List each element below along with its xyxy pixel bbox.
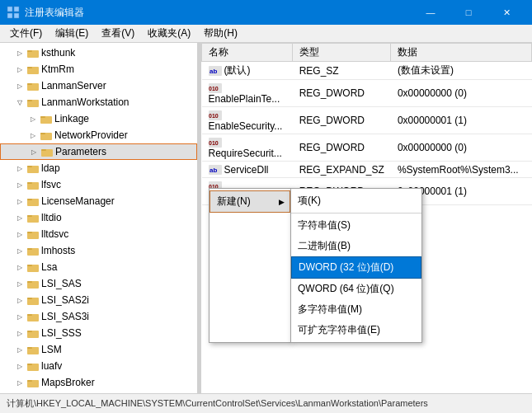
table-row[interactable]: ab (默认)REG_SZ(数值未设置)	[202, 62, 532, 80]
folder-icon-lanmanworkstation	[26, 96, 40, 109]
cell-type: REG_SZ	[293, 62, 391, 80]
toggle-lsm: ▷	[13, 343, 26, 356]
tree-item-lsi-sas[interactable]: ▷ LSI_SAS	[0, 275, 197, 292]
menu-edit[interactable]: 编辑(E)	[49, 25, 95, 42]
svg-text:010: 010	[209, 86, 219, 92]
close-button[interactable]: ✕	[487, 0, 525, 25]
folder-icon-licensemanager	[26, 195, 40, 208]
svg-rect-39	[27, 331, 32, 332]
folder-icon-lsi-sss	[26, 326, 40, 340]
tree-item-lanmanserver[interactable]: ▷ LanmanServer	[0, 77, 197, 94]
tree-item-lltdsvc[interactable]: ▷ lltdsvc	[0, 226, 197, 242]
folder-icon-lfsvc	[26, 178, 40, 191]
svg-rect-3	[14, 13, 19, 18]
tree-item-lsi-sss[interactable]: ▷ LSI_SSS	[0, 325, 197, 341]
label-ldap: ldap	[41, 162, 60, 174]
toggle-ktmrm: ▷	[13, 63, 26, 76]
tree-item-mapsbroker[interactable]: ▷ MapsBroker	[0, 374, 197, 391]
menu-help[interactable]: 帮助(H)	[197, 25, 244, 42]
tree-item-ktmrm[interactable]: ▷ KtmRm	[0, 61, 197, 77]
tree-item-lanmanworkstation[interactable]: ▽ LanmanWorkstation	[0, 94, 197, 110]
toggle-lsi-sas3i: ▷	[13, 310, 26, 323]
svg-rect-27	[27, 232, 32, 233]
svg-rect-29	[27, 248, 32, 250]
table-row[interactable]: 010 EnablePlainTe...REG_DWORD0x00000000 …	[202, 80, 532, 107]
folder-icon-lmhosts	[26, 244, 40, 257]
tree-item-lfsvc[interactable]: ▷ lfsvc	[0, 176, 197, 193]
svg-rect-5	[27, 50, 32, 52]
menu-favorites[interactable]: 收藏夹(A)	[141, 25, 197, 42]
folder-icon-lltdsvc	[26, 228, 40, 241]
label-lsi-sas: LSI_SAS	[41, 278, 82, 289]
folder-icon-ldap	[26, 162, 40, 175]
toggle-licensemanager: ▷	[13, 195, 26, 208]
tree-item-ldap[interactable]: ▷ ldap	[0, 160, 197, 176]
right-panel: 名称 类型 数据 ab (默认)REG_SZ(数值未设置) 010 Enable…	[201, 43, 532, 393]
cell-name: ab (默认)	[202, 62, 293, 80]
label-lanmanworkstation: LanmanWorkstation	[41, 96, 129, 108]
toggle-lmhosts: ▷	[13, 244, 26, 257]
tree-item-lmhosts[interactable]: ▷ lmhosts	[0, 242, 197, 259]
label-licensemanager: LicenseManager	[41, 195, 115, 207]
folder-icon-ktmrm	[26, 63, 40, 76]
tree-item-parameters[interactable]: ▷ Parameters	[0, 143, 197, 160]
tree-item-lsi-sas2i[interactable]: ▷ LSI_SAS2i	[0, 292, 197, 308]
title-bar-left: 注册表编辑器	[7, 6, 84, 20]
tree-item-ksthunk[interactable]: ▷ ksthunk	[0, 45, 197, 61]
tree-item-lsi-sas3i[interactable]: ▷ LSI_SAS3i	[0, 308, 197, 325]
cell-name: 010 ServiceDllUnlo...	[202, 178, 293, 205]
svg-text:ab: ab	[210, 167, 217, 174]
col-name: 名称	[202, 44, 293, 62]
label-parameters: Parameters	[55, 146, 106, 157]
label-lsm: LSM	[41, 344, 62, 355]
folder-icon-lsi-sas2i	[26, 293, 40, 307]
menu-file[interactable]: 文件(F)	[3, 25, 49, 42]
svg-rect-9	[27, 83, 32, 85]
tree-item-lsm[interactable]: ▷ LSM	[0, 341, 197, 358]
tree-item-lsa[interactable]: ▷ Lsa	[0, 259, 197, 275]
cell-name: ab ServiceDll	[202, 162, 293, 178]
cell-type: REG_DWORD	[293, 178, 391, 205]
svg-rect-1	[14, 7, 19, 12]
table-row[interactable]: 010 EnableSecurity...REG_DWORD0x00000001…	[202, 107, 532, 134]
cell-data: 0x00000000 (0)	[391, 134, 532, 162]
toggle-ldap: ▷	[13, 162, 26, 175]
svg-rect-19	[27, 166, 32, 167]
toggle-linkage: ▷	[26, 112, 40, 125]
folder-icon-lsm	[26, 343, 40, 356]
table-row[interactable]: 010 ServiceDllUnlo...REG_DWORD0x00000001…	[202, 178, 532, 205]
tree-item-linkage[interactable]: ▷ Linkage	[0, 110, 197, 127]
title-bar: 注册表编辑器 — □ ✕	[0, 0, 532, 25]
menu-bar: 文件(F) 编辑(E) 查看(V) 收藏夹(A) 帮助(H)	[0, 25, 532, 43]
folder-icon-lsi-sas	[26, 277, 40, 290]
tree-item-licensemanager[interactable]: ▷ LicenseManager	[0, 193, 197, 209]
tree-item-networkprovider[interactable]: ▷ NetworkProvider	[0, 127, 197, 143]
menu-view[interactable]: 查看(V)	[95, 25, 141, 42]
label-lsi-sas3i: LSI_SAS3i	[41, 311, 89, 322]
registry-table-container[interactable]: 名称 类型 数据 ab (默认)REG_SZ(数值未设置) 010 Enable…	[201, 43, 532, 393]
col-type: 类型	[293, 44, 391, 62]
cell-type: REG_DWORD	[293, 107, 391, 134]
label-lsa: Lsa	[41, 261, 57, 273]
maximize-button[interactable]: □	[450, 0, 487, 25]
svg-rect-11	[27, 100, 32, 101]
tree-item-luafv[interactable]: ▷ luafv	[0, 358, 197, 374]
folder-icon-mapsbroker	[26, 376, 40, 389]
tree-item-lltdio[interactable]: ▷ lltdio	[0, 209, 197, 226]
folder-icon-lsa	[26, 260, 40, 274]
svg-rect-13	[40, 116, 45, 118]
toggle-lanmanworkstation: ▽	[13, 96, 26, 109]
svg-text:ab: ab	[210, 68, 217, 75]
folder-icon-luafv	[26, 359, 40, 373]
label-linkage: Linkage	[54, 113, 89, 124]
svg-rect-2	[7, 13, 12, 18]
minimize-button[interactable]: —	[412, 0, 450, 25]
table-row[interactable]: 010 RequireSecurit...REG_DWORD0x00000000…	[202, 134, 532, 162]
cell-type: REG_DWORD	[293, 134, 391, 162]
toggle-lfsvc: ▷	[13, 178, 26, 191]
tree-panel[interactable]: ▷ ksthunk ▷ KtmRm ▷ LanmanSer	[0, 43, 198, 393]
app-icon	[7, 6, 20, 19]
table-row[interactable]: ab ServiceDllREG_EXPAND_SZ%SystemRoot%\S…	[202, 162, 532, 178]
folder-icon-linkage	[40, 112, 53, 125]
svg-rect-7	[27, 67, 32, 68]
